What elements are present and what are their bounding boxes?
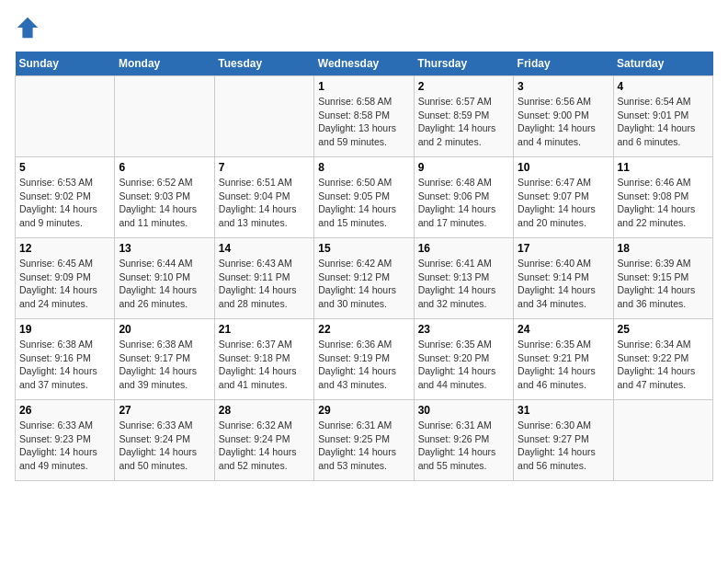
calendar-cell: 27Sunrise: 6:33 AM Sunset: 9:24 PM Dayli… (115, 400, 214, 481)
day-content: Sunrise: 6:35 AM Sunset: 9:20 PM Dayligh… (418, 338, 509, 392)
calendar-cell: 18Sunrise: 6:39 AM Sunset: 9:15 PM Dayli… (613, 238, 712, 319)
calendar-cell: 9Sunrise: 6:48 AM Sunset: 9:06 PM Daylig… (414, 157, 513, 238)
calendar-body: 1Sunrise: 6:58 AM Sunset: 8:58 PM Daylig… (16, 76, 713, 481)
day-content: Sunrise: 6:35 AM Sunset: 9:21 PM Dayligh… (518, 338, 609, 392)
calendar-cell: 25Sunrise: 6:34 AM Sunset: 9:22 PM Dayli… (613, 319, 712, 400)
day-number: 23 (418, 323, 509, 336)
calendar-cell: 11Sunrise: 6:46 AM Sunset: 9:08 PM Dayli… (613, 157, 712, 238)
day-number: 17 (518, 242, 609, 255)
day-content: Sunrise: 6:34 AM Sunset: 9:22 PM Dayligh… (618, 338, 709, 392)
day-content: Sunrise: 6:53 AM Sunset: 9:02 PM Dayligh… (19, 176, 110, 230)
page-header (15, 15, 713, 40)
calendar-week-row: 5Sunrise: 6:53 AM Sunset: 9:02 PM Daylig… (16, 157, 713, 238)
day-number: 30 (418, 404, 509, 417)
day-number: 8 (318, 161, 409, 174)
day-content: Sunrise: 6:31 AM Sunset: 9:25 PM Dayligh… (318, 419, 409, 473)
calendar-table: SundayMondayTuesdayWednesdayThursdayFrid… (15, 52, 713, 481)
day-content: Sunrise: 6:42 AM Sunset: 9:12 PM Dayligh… (318, 257, 409, 311)
calendar-cell: 10Sunrise: 6:47 AM Sunset: 9:07 PM Dayli… (514, 157, 613, 238)
day-content: Sunrise: 6:38 AM Sunset: 9:16 PM Dayligh… (19, 338, 110, 392)
weekday-header-saturday: Saturday (613, 52, 712, 76)
day-number: 12 (19, 242, 110, 255)
day-number: 1 (318, 80, 409, 93)
day-content: Sunrise: 6:31 AM Sunset: 9:26 PM Dayligh… (418, 419, 509, 473)
day-number: 29 (318, 404, 409, 417)
day-number: 6 (119, 161, 210, 174)
logo-icon (15, 15, 40, 40)
day-number: 2 (418, 80, 509, 93)
weekday-header-sunday: Sunday (16, 52, 115, 76)
day-content: Sunrise: 6:44 AM Sunset: 9:10 PM Dayligh… (119, 257, 210, 311)
day-number: 4 (618, 80, 709, 93)
calendar-week-row: 1Sunrise: 6:58 AM Sunset: 8:58 PM Daylig… (16, 76, 713, 157)
day-content: Sunrise: 6:33 AM Sunset: 9:24 PM Dayligh… (119, 419, 210, 473)
day-content: Sunrise: 6:39 AM Sunset: 9:15 PM Dayligh… (618, 257, 709, 311)
day-content: Sunrise: 6:30 AM Sunset: 9:27 PM Dayligh… (518, 419, 609, 473)
weekday-header-tuesday: Tuesday (214, 52, 313, 76)
day-number: 3 (518, 80, 609, 93)
day-content: Sunrise: 6:32 AM Sunset: 9:24 PM Dayligh… (219, 419, 310, 473)
calendar-cell: 2Sunrise: 6:57 AM Sunset: 8:59 PM Daylig… (414, 76, 513, 157)
day-number: 9 (418, 161, 509, 174)
day-content: Sunrise: 6:50 AM Sunset: 9:05 PM Dayligh… (318, 176, 409, 230)
calendar-cell: 6Sunrise: 6:52 AM Sunset: 9:03 PM Daylig… (115, 157, 214, 238)
calendar-cell: 15Sunrise: 6:42 AM Sunset: 9:12 PM Dayli… (314, 238, 414, 319)
calendar-cell: 3Sunrise: 6:56 AM Sunset: 9:00 PM Daylig… (514, 76, 613, 157)
calendar-cell: 26Sunrise: 6:33 AM Sunset: 9:23 PM Dayli… (16, 400, 115, 481)
day-number: 14 (219, 242, 310, 255)
weekday-header-row: SundayMondayTuesdayWednesdayThursdayFrid… (16, 52, 713, 76)
calendar-week-row: 19Sunrise: 6:38 AM Sunset: 9:16 PM Dayli… (16, 319, 713, 400)
day-content: Sunrise: 6:57 AM Sunset: 8:59 PM Dayligh… (418, 95, 509, 149)
day-number: 10 (518, 161, 609, 174)
calendar-cell: 31Sunrise: 6:30 AM Sunset: 9:27 PM Dayli… (514, 400, 613, 481)
day-number: 15 (318, 242, 409, 255)
day-number: 11 (618, 161, 709, 174)
calendar-week-row: 26Sunrise: 6:33 AM Sunset: 9:23 PM Dayli… (16, 400, 713, 481)
calendar-cell (115, 76, 214, 157)
day-content: Sunrise: 6:33 AM Sunset: 9:23 PM Dayligh… (19, 419, 110, 473)
day-number: 13 (119, 242, 210, 255)
calendar-cell: 28Sunrise: 6:32 AM Sunset: 9:24 PM Dayli… (214, 400, 313, 481)
day-number: 5 (19, 161, 110, 174)
weekday-header-wednesday: Wednesday (314, 52, 414, 76)
calendar-cell: 7Sunrise: 6:51 AM Sunset: 9:04 PM Daylig… (214, 157, 313, 238)
calendar-header: SundayMondayTuesdayWednesdayThursdayFrid… (16, 52, 713, 76)
calendar-cell: 23Sunrise: 6:35 AM Sunset: 9:20 PM Dayli… (414, 319, 513, 400)
calendar-cell: 17Sunrise: 6:40 AM Sunset: 9:14 PM Dayli… (514, 238, 613, 319)
calendar-cell: 8Sunrise: 6:50 AM Sunset: 9:05 PM Daylig… (314, 157, 414, 238)
day-number: 16 (418, 242, 509, 255)
calendar-cell: 22Sunrise: 6:36 AM Sunset: 9:19 PM Dayli… (314, 319, 414, 400)
day-content: Sunrise: 6:45 AM Sunset: 9:09 PM Dayligh… (19, 257, 110, 311)
calendar-cell: 4Sunrise: 6:54 AM Sunset: 9:01 PM Daylig… (613, 76, 712, 157)
weekday-header-monday: Monday (115, 52, 214, 76)
day-number: 26 (19, 404, 110, 417)
calendar-cell (613, 400, 712, 481)
day-content: Sunrise: 6:56 AM Sunset: 9:00 PM Dayligh… (518, 95, 609, 149)
day-number: 18 (618, 242, 709, 255)
calendar-week-row: 12Sunrise: 6:45 AM Sunset: 9:09 PM Dayli… (16, 238, 713, 319)
weekday-header-thursday: Thursday (414, 52, 513, 76)
calendar-cell: 20Sunrise: 6:38 AM Sunset: 9:17 PM Dayli… (115, 319, 214, 400)
day-number: 20 (119, 323, 210, 336)
calendar-cell: 13Sunrise: 6:44 AM Sunset: 9:10 PM Dayli… (115, 238, 214, 319)
day-content: Sunrise: 6:47 AM Sunset: 9:07 PM Dayligh… (518, 176, 609, 230)
day-content: Sunrise: 6:43 AM Sunset: 9:11 PM Dayligh… (219, 257, 310, 311)
day-content: Sunrise: 6:51 AM Sunset: 9:04 PM Dayligh… (219, 176, 310, 230)
day-content: Sunrise: 6:46 AM Sunset: 9:08 PM Dayligh… (618, 176, 709, 230)
day-content: Sunrise: 6:54 AM Sunset: 9:01 PM Dayligh… (618, 95, 709, 149)
day-number: 24 (518, 323, 609, 336)
day-number: 28 (219, 404, 310, 417)
calendar-cell: 29Sunrise: 6:31 AM Sunset: 9:25 PM Dayli… (314, 400, 414, 481)
calendar-cell (16, 76, 115, 157)
day-number: 22 (318, 323, 409, 336)
logo (15, 15, 44, 40)
day-number: 7 (219, 161, 310, 174)
day-content: Sunrise: 6:36 AM Sunset: 9:19 PM Dayligh… (318, 338, 409, 392)
day-content: Sunrise: 6:52 AM Sunset: 9:03 PM Dayligh… (119, 176, 210, 230)
day-number: 25 (618, 323, 709, 336)
calendar-cell: 1Sunrise: 6:58 AM Sunset: 8:58 PM Daylig… (314, 76, 414, 157)
day-number: 19 (19, 323, 110, 336)
day-content: Sunrise: 6:38 AM Sunset: 9:17 PM Dayligh… (119, 338, 210, 392)
day-content: Sunrise: 6:48 AM Sunset: 9:06 PM Dayligh… (418, 176, 509, 230)
day-content: Sunrise: 6:40 AM Sunset: 9:14 PM Dayligh… (518, 257, 609, 311)
